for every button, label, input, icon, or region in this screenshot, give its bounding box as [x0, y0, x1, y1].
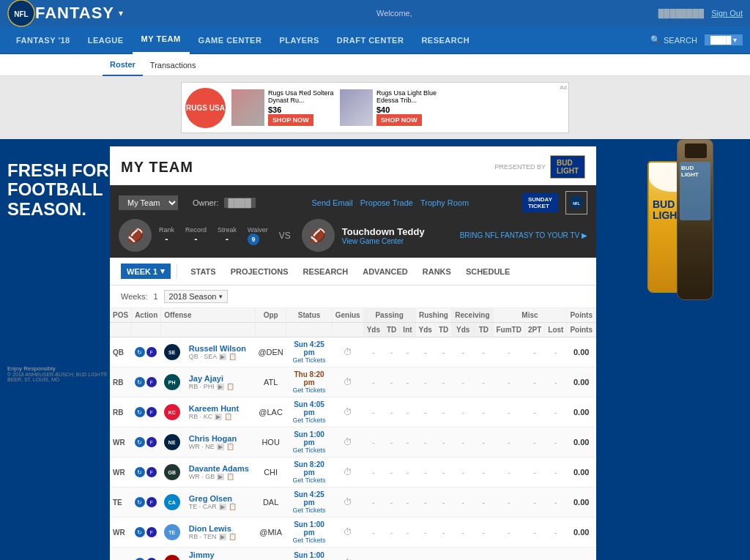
- favorites-icon[interactable]: F: [146, 407, 157, 417]
- game-time[interactable]: Sun 1:00 pm: [289, 520, 329, 537]
- genius-icon[interactable]: ⏱: [344, 347, 352, 357]
- site-title: FANTASY: [35, 4, 114, 23]
- nav-players[interactable]: PLAYERS: [270, 26, 327, 54]
- shop-btn-1[interactable]: SHOP NOW: [268, 114, 313, 126]
- get-tickets-link[interactable]: Get Tickets: [289, 507, 329, 514]
- player-name[interactable]: Jimmy Garoppolo: [189, 550, 253, 560]
- get-tickets-link[interactable]: Get Tickets: [289, 447, 329, 454]
- player-tag2: 📋: [229, 353, 237, 360]
- player-status: Sun 1:00 pm Get Tickets: [286, 548, 332, 561]
- season-select[interactable]: 2018 Season ▾: [164, 290, 229, 303]
- search-label[interactable]: SEARCH: [664, 36, 697, 45]
- tab-stats[interactable]: STATS: [183, 264, 223, 279]
- th-2pt: 2PT: [524, 323, 544, 337]
- rushing-td: -: [435, 397, 451, 428]
- player-pos: WR: [110, 518, 132, 548]
- genius-icon[interactable]: ⏱: [344, 497, 352, 507]
- trophy-room-link[interactable]: Trophy Room: [420, 198, 469, 207]
- receiving-td: -: [475, 488, 493, 518]
- user-dropdown[interactable]: ████ ▾: [705, 34, 743, 45]
- favorites-icon[interactable]: F: [146, 527, 157, 537]
- tab-advanced[interactable]: ADVANCED: [355, 264, 415, 279]
- favorites-icon[interactable]: F: [146, 377, 157, 387]
- player-status: Sun 4:25 pm Get Tickets: [286, 337, 332, 367]
- nav-league[interactable]: LEAGUE: [79, 26, 133, 54]
- player-info-cell: Jimmy Garoppolo QB · SF ▶ 📋: [186, 548, 256, 561]
- get-tickets-link[interactable]: Get Tickets: [289, 537, 329, 544]
- tab-week1[interactable]: WEEK 1 ▾: [121, 264, 171, 279]
- player-name[interactable]: Chris Hogan: [189, 434, 253, 443]
- refresh-icon[interactable]: ↻: [135, 497, 145, 507]
- tab-projections[interactable]: PROJECTIONS: [223, 264, 296, 279]
- sign-out-link[interactable]: Sign Out: [711, 9, 743, 18]
- refresh-icon[interactable]: ↻: [135, 377, 145, 387]
- ad-desc-2: Rugs Usa Light Blue Edessa Trib...: [376, 89, 442, 104]
- fantasy-points: 0.00: [567, 458, 596, 488]
- subnav-roster[interactable]: Roster: [103, 54, 143, 76]
- tab-schedule[interactable]: SCHEDULE: [458, 264, 518, 279]
- refresh-icon[interactable]: ↻: [135, 347, 145, 357]
- search-area[interactable]: 🔍 SEARCH: [647, 35, 697, 45]
- refresh-icon[interactable]: ↻: [135, 437, 145, 447]
- myteam-header: MY TEAM PRESENTED BY BUDLIGHT: [110, 146, 596, 185]
- nav-myteam[interactable]: MY TEAM: [133, 26, 190, 54]
- player-name[interactable]: Kareem Hunt: [189, 404, 253, 413]
- nav-research[interactable]: RESEARCH: [412, 26, 478, 54]
- th-action: Action: [132, 308, 161, 323]
- view-gc-link[interactable]: View Game Center: [342, 237, 425, 245]
- team-selector[interactable]: My Team: [119, 195, 178, 210]
- nav-fantasy18[interactable]: FANTASY '18: [7, 26, 79, 54]
- player-tag: ▶: [219, 504, 226, 510]
- ad-product-1: Rugs Usa Red Soltera Dynast Ru... $36 SH…: [231, 89, 334, 126]
- player-pos: QB: [110, 337, 132, 367]
- passing-int: -: [400, 488, 415, 518]
- genius-icon[interactable]: ⏱: [344, 377, 352, 387]
- nav-draftcenter[interactable]: DRAFT CENTER: [328, 26, 413, 54]
- tab-research[interactable]: RESEARCH: [295, 264, 355, 279]
- get-tickets-link[interactable]: Get Tickets: [289, 417, 329, 424]
- game-time[interactable]: Sun 4:05 pm: [289, 400, 329, 417]
- game-time[interactable]: Sun 1:00 pm: [289, 430, 329, 447]
- get-tickets-link[interactable]: Get Tickets: [289, 477, 329, 484]
- week-tabs: WEEK 1 ▾ STATS PROJECTIONS RESEARCH ADVA…: [110, 258, 596, 285]
- record-label: Record: [185, 226, 207, 234]
- player-name[interactable]: Dion Lewis: [189, 524, 253, 533]
- game-time[interactable]: Sun 1:00 pm: [289, 551, 329, 560]
- get-tickets-link[interactable]: Get Tickets: [289, 387, 329, 394]
- subnav-transactions[interactable]: Transactions: [143, 54, 204, 76]
- genius-cell: ⏱: [332, 548, 363, 561]
- genius-icon[interactable]: ⏱: [344, 437, 352, 447]
- genius-icon[interactable]: ⏱: [344, 467, 352, 477]
- favorites-icon[interactable]: F: [146, 497, 157, 507]
- player-name[interactable]: Russell Wilson: [189, 344, 253, 353]
- favorites-icon[interactable]: F: [146, 437, 157, 447]
- fum-lost: -: [545, 367, 567, 397]
- bring-nfl-link[interactable]: BRING NFL FANTASY TO YOUR TV ▶: [460, 231, 587, 239]
- player-name[interactable]: Davante Adams: [189, 464, 253, 473]
- team-logo: KC: [164, 404, 180, 420]
- team-logo: GB: [164, 464, 180, 480]
- tab-ranks[interactable]: RANKS: [415, 264, 458, 279]
- get-tickets-link[interactable]: Get Tickets: [289, 356, 329, 364]
- nav-gamecenter[interactable]: GAME CENTER: [190, 26, 271, 54]
- passing-int: -: [400, 428, 415, 458]
- shop-btn-2[interactable]: SHOP NOW: [376, 114, 422, 126]
- game-time[interactable]: Sun 4:25 pm: [289, 490, 329, 507]
- propose-trade-link[interactable]: Propose Trade: [360, 198, 413, 207]
- refresh-icon[interactable]: ↻: [135, 467, 145, 477]
- genius-icon[interactable]: ⏱: [344, 527, 352, 537]
- title-dropdown[interactable]: ▾: [119, 8, 123, 18]
- favorites-icon[interactable]: F: [146, 467, 157, 477]
- genius-icon[interactable]: ⏱: [344, 407, 352, 417]
- refresh-icon[interactable]: ↻: [135, 527, 145, 537]
- game-time[interactable]: Sun 4:25 pm: [289, 340, 329, 356]
- game-time[interactable]: Thu 8:20 pm: [289, 370, 329, 387]
- player-detail: RB · TEN ▶ 📋: [189, 533, 253, 540]
- favorites-icon[interactable]: F: [146, 347, 157, 357]
- player-name[interactable]: Greg Olsen: [189, 494, 253, 503]
- player-name[interactable]: Jay Ajayi: [189, 374, 253, 383]
- sub-nav: Roster Transactions: [0, 54, 750, 76]
- refresh-icon[interactable]: ↻: [135, 407, 145, 417]
- game-time[interactable]: Sun 8:20 pm: [289, 460, 329, 477]
- send-email-link[interactable]: Send Email: [312, 198, 353, 207]
